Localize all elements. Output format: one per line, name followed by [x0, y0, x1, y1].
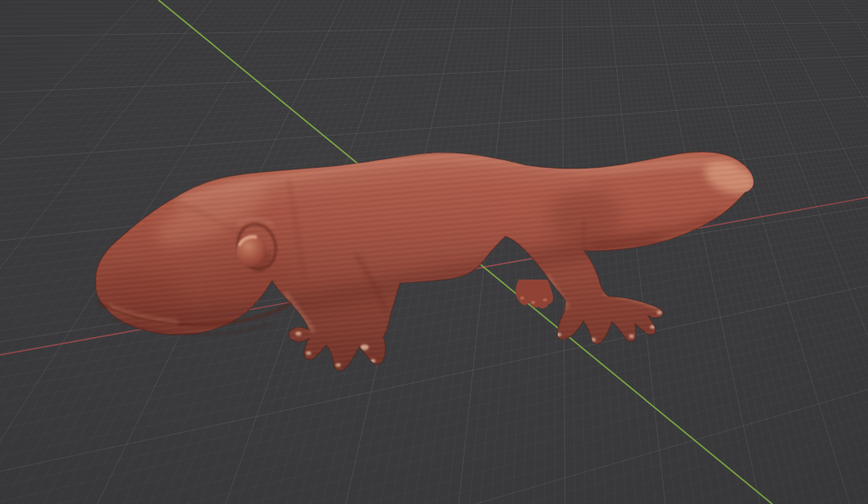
- far-front-foot: [515, 280, 553, 308]
- viewport-canvas[interactable]: [0, 0, 868, 504]
- viewport-3d[interactable]: [0, 0, 868, 504]
